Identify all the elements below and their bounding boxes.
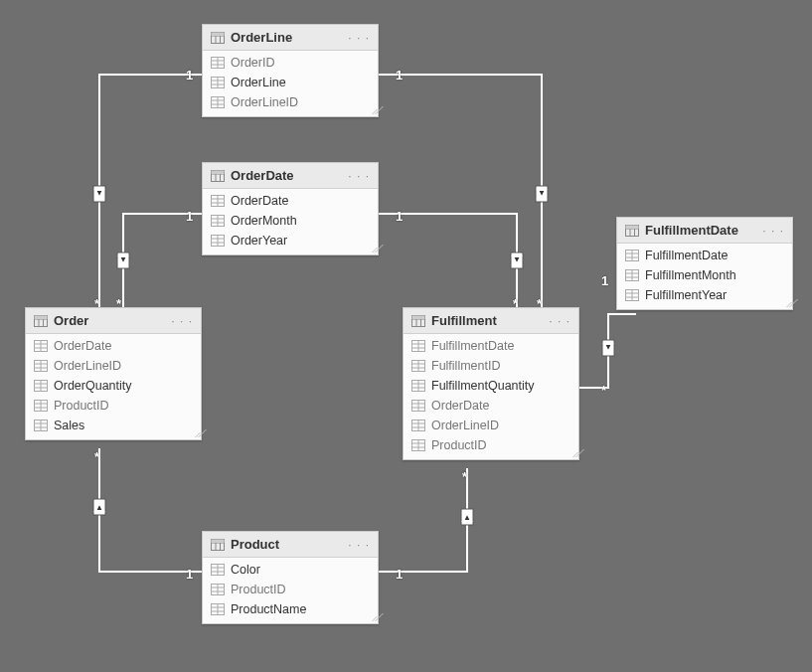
field-label: OrderDate — [225, 194, 288, 208]
rel-orderline-fulfillment — [379, 75, 542, 307]
field-label: FulfillmentID — [425, 359, 500, 373]
field-label: ProductID — [225, 583, 286, 596]
field-row[interactable]: FulfillmentID — [404, 356, 578, 376]
field-row[interactable]: FulfillmentYear — [617, 285, 792, 305]
table-title: Product — [225, 537, 348, 552]
table-fulfillment[interactable]: Fulfillment· · ·FulfillmentDateFulfillme… — [403, 307, 579, 460]
field-label: OrderDate — [425, 399, 489, 413]
field-row[interactable]: FulfillmentMonth — [617, 265, 792, 285]
field-row[interactable]: FulfillmentDate — [404, 336, 578, 356]
field-row[interactable]: FulfillmentDate — [617, 246, 792, 265]
table-icon — [211, 170, 225, 182]
field-row[interactable]: OrderMonth — [203, 211, 378, 231]
field-row[interactable]: OrderQuantity — [26, 376, 201, 396]
table-body: FulfillmentDateFulfillmentMonthFulfillme… — [617, 244, 792, 309]
field-label: FulfillmentMonth — [639, 268, 736, 282]
table-body: OrderIDOrderLineOrderLineID — [203, 51, 378, 116]
field-icon — [411, 400, 425, 412]
table-icon — [211, 539, 225, 551]
more-icon[interactable]: · · · — [171, 314, 193, 328]
rel-product-order — [99, 448, 202, 572]
field-row[interactable]: Sales — [26, 416, 201, 435]
field-label: OrderID — [225, 56, 274, 70]
field-icon — [625, 269, 639, 281]
field-icon — [411, 420, 425, 431]
field-row[interactable]: ProductID — [203, 580, 378, 599]
field-icon — [211, 77, 225, 88]
model-canvas[interactable]: OrderLine· · ·OrderIDOrderLineOrderLineI… — [0, 0, 812, 672]
field-label: ProductName — [225, 602, 306, 616]
cardinality-label: * — [94, 449, 99, 464]
field-row[interactable]: OrderLineID — [203, 92, 378, 112]
field-icon — [211, 215, 225, 227]
field-icon — [34, 400, 48, 412]
field-icon — [625, 250, 639, 261]
field-label: FulfillmentDate — [639, 249, 728, 262]
table-icon — [211, 32, 225, 44]
field-icon — [211, 603, 225, 615]
field-row[interactable]: OrderDate — [404, 396, 578, 416]
table-title: OrderLine — [225, 30, 348, 45]
more-icon[interactable]: · · · — [762, 224, 784, 238]
table-body: OrderDateOrderLineIDOrderQuantityProduct… — [26, 334, 201, 439]
field-icon — [211, 195, 225, 207]
more-icon[interactable]: · · · — [549, 314, 570, 328]
field-row[interactable]: OrderLineID — [26, 356, 201, 376]
field-row[interactable]: ProductID — [404, 435, 578, 455]
table-order[interactable]: Order· · ·OrderDateOrderLineIDOrderQuant… — [25, 307, 202, 440]
table-body: FulfillmentDateFulfillmentIDFulfillmentQ… — [404, 334, 578, 459]
rel-fulfillmentdate-fulfillment — [579, 314, 636, 388]
table-header[interactable]: OrderDate· · · — [203, 163, 378, 189]
field-icon — [211, 57, 225, 69]
field-row[interactable]: OrderDate — [26, 336, 201, 356]
field-label: FulfillmentQuantity — [425, 379, 535, 393]
table-fulfillmentdate[interactable]: FulfillmentDate· · ·FulfillmentDateFulfi… — [616, 217, 793, 310]
field-icon — [211, 235, 225, 247]
field-label: Color — [225, 563, 260, 577]
field-label: FulfillmentDate — [425, 339, 514, 353]
field-icon — [411, 439, 425, 451]
field-row[interactable]: ProductID — [26, 396, 201, 416]
rel-orderline-order — [99, 75, 202, 307]
more-icon[interactable]: · · · — [348, 31, 370, 45]
field-row[interactable]: OrderID — [203, 53, 378, 73]
field-icon — [411, 360, 425, 372]
field-icon — [211, 564, 225, 576]
table-header[interactable]: Fulfillment· · · — [404, 308, 578, 334]
field-row[interactable]: FulfillmentQuantity — [404, 376, 578, 396]
field-label: OrderYear — [225, 234, 287, 248]
field-icon — [411, 340, 425, 352]
cardinality-label: 1 — [186, 209, 193, 224]
table-icon — [411, 315, 425, 327]
table-orderdate[interactable]: OrderDate· · ·OrderDateOrderMonthOrderYe… — [202, 162, 379, 255]
table-title: FulfillmentDate — [639, 223, 762, 238]
field-label: OrderQuantity — [48, 379, 132, 393]
field-row[interactable]: OrderYear — [203, 231, 378, 251]
table-product[interactable]: Product· · ·ColorProductIDProductName — [202, 531, 379, 624]
field-label: ProductID — [48, 399, 109, 413]
more-icon[interactable]: · · · — [348, 538, 370, 552]
field-icon — [34, 420, 48, 431]
field-icon — [625, 289, 639, 301]
table-orderline[interactable]: OrderLine· · ·OrderIDOrderLineOrderLineI… — [202, 24, 379, 117]
table-header[interactable]: FulfillmentDate· · · — [617, 218, 792, 244]
field-icon — [411, 380, 425, 392]
field-row[interactable]: OrderLine — [203, 73, 378, 92]
field-label: OrderLineID — [48, 359, 121, 373]
cardinality-label: 1 — [396, 567, 403, 582]
field-row[interactable]: OrderLineID — [404, 416, 578, 435]
cardinality-label: 1 — [186, 567, 193, 582]
table-icon — [34, 315, 48, 327]
field-row[interactable]: Color — [203, 560, 378, 580]
field-row[interactable]: ProductName — [203, 599, 378, 619]
field-row[interactable]: OrderDate — [203, 191, 378, 211]
table-header[interactable]: OrderLine· · · — [203, 25, 378, 51]
table-header[interactable]: Order· · · — [26, 308, 201, 334]
field-label: Sales — [48, 419, 84, 432]
rel-orderdate-order — [123, 214, 202, 307]
table-header[interactable]: Product· · · — [203, 532, 378, 558]
more-icon[interactable]: · · · — [348, 169, 370, 183]
field-label: OrderDate — [48, 339, 111, 353]
field-label: OrderLineID — [225, 95, 298, 109]
field-label: OrderLineID — [425, 419, 499, 432]
